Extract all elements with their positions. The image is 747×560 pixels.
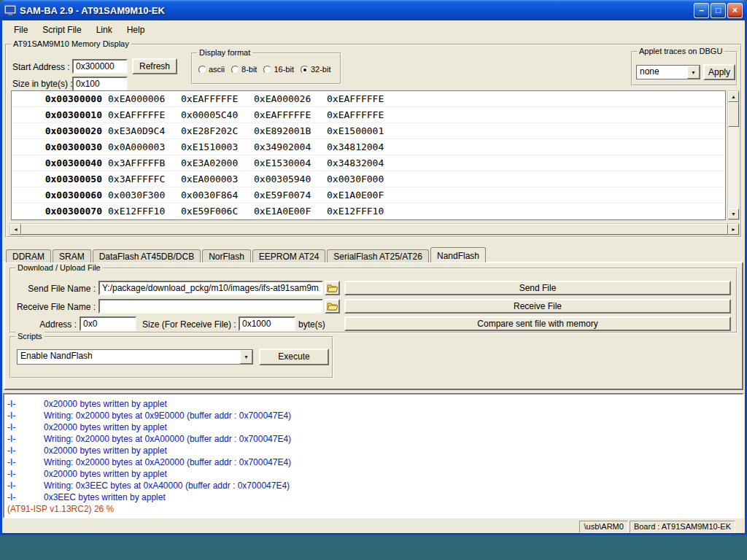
memory-display-group: AT91SAM9M10 Memory Display Start Address… (5, 44, 742, 238)
size-in-bytes-input[interactable] (72, 77, 128, 91)
memory-horizontal-scrollbar[interactable]: ◄ ► (9, 223, 740, 236)
row-value: 0xE28F202C (175, 123, 248, 139)
radio-8bit[interactable]: 8-bit (231, 65, 257, 74)
tab-norflash[interactable]: NorFlash (202, 249, 251, 262)
vertical-scrollbar-thumb[interactable] (728, 102, 739, 127)
radio-16bit[interactable]: 16-bit (263, 65, 294, 74)
scroll-down-icon[interactable]: ▼ (728, 209, 739, 219)
memory-table[interactable]: 0x00300000 0xEA000006 0xEAFFFFFE 0xEA000… (11, 90, 726, 220)
scripts-group: Scripts Enable NandFlash ▼ Execute (9, 336, 333, 378)
log-line: -I-0x20000 bytes written by applet (7, 445, 740, 456)
applet-traces-group: Applet traces on DBGU none ▼ Apply (631, 51, 738, 86)
log-prefix: -I- (7, 456, 44, 468)
row-value: 0x0030F300 (102, 187, 175, 203)
row-value: 0x34812004 (321, 139, 394, 155)
log-output[interactable]: -I-0x20000 bytes written by applet -I-Wr… (3, 393, 744, 518)
scroll-left-icon[interactable]: ◄ (10, 224, 21, 235)
radio-ascii[interactable]: ascii (198, 65, 225, 74)
radio-32bit[interactable]: 32-bit (301, 65, 331, 74)
chevron-down-icon[interactable]: ▼ (687, 66, 700, 79)
menu-script-file[interactable]: Script File (35, 23, 88, 37)
row-value: 0xE3A02000 (175, 155, 248, 171)
execute-button[interactable]: Execute (259, 349, 329, 365)
tab-dataflash[interactable]: DataFlash AT45DB/DCB (93, 249, 201, 262)
size-in-bytes-label: Size in byte(s) : (12, 79, 73, 89)
table-row: 0x00300040 0x3AFFFFFB 0xE3A02000 0xE1530… (12, 155, 725, 171)
tab-sram[interactable]: SRAM (53, 249, 91, 262)
window-title: SAM-BA 2.9 - AT91SAM9M10-EK (20, 5, 690, 16)
log-prefix: -I- (7, 491, 44, 503)
menu-help[interactable]: Help (120, 23, 152, 37)
menu-link[interactable]: Link (89, 23, 120, 37)
log-message: 0x20000 bytes written by applet (44, 399, 167, 409)
tab-ddram[interactable]: DDRAM (6, 249, 51, 262)
log-prefix: -I- (7, 445, 44, 456)
connection-status: \usb\ARM0 (579, 521, 627, 533)
send-file-button[interactable]: Send File (344, 281, 731, 295)
radio-16bit-label: 16-bit (274, 65, 294, 74)
titlebar[interactable]: SAM-BA 2.9 - AT91SAM9M10-EK – □ × (0, 0, 747, 20)
menu-bar: File Script File Link Help (2, 20, 745, 39)
radio-icon (263, 66, 271, 74)
row-address: 0x00300030 (12, 139, 102, 155)
row-value: 0xE12FFF10 (321, 203, 394, 219)
horizontal-scrollbar-thumb[interactable] (21, 224, 728, 235)
row-value: 0x3AFFFFFB (102, 155, 175, 171)
refresh-button[interactable]: Refresh (132, 58, 177, 74)
folder-open-icon (327, 284, 338, 292)
minimize-icon: – (699, 5, 704, 15)
scripts-title: Scripts (15, 332, 44, 341)
row-value: 0x0030F864 (175, 187, 248, 203)
maximize-button[interactable]: □ (711, 3, 726, 18)
applet-traces-value: none (637, 66, 687, 79)
radio-ascii-label: ascii (209, 65, 225, 74)
radio-icon (198, 66, 206, 74)
menu-file[interactable]: File (7, 23, 35, 37)
row-value: 0xEA000006 (102, 91, 175, 106)
row-value: 0x3AFFFFFC (102, 171, 175, 187)
send-file-input[interactable] (98, 281, 323, 295)
row-value: 0xEAFFFFFE (248, 107, 321, 122)
row-value: 0xEAFFFFFE (321, 107, 394, 122)
log-line: -I-Writing: 0x20000 bytes at 0x9E0000 (b… (7, 410, 740, 421)
row-value: 0xE59F006C (175, 203, 248, 219)
row-value: 0x34832004 (321, 155, 394, 171)
applet-traces-select[interactable]: none ▼ (636, 65, 700, 79)
row-value: 0x0030F000 (321, 171, 394, 187)
tab-nandflash[interactable]: NandFlash (430, 247, 486, 262)
compare-button[interactable]: Compare sent file with memory (344, 316, 731, 331)
log-line: -I-Writing: 0x20000 bytes at 0xA00000 (b… (7, 433, 740, 445)
download-upload-group: Download / Upload File Send File Name : … (9, 268, 738, 333)
log-message: 0x3EEC bytes written by applet (44, 492, 166, 502)
receive-file-button[interactable]: Receive File (344, 299, 731, 314)
table-row: 0x00300020 0xE3A0D9C4 0xE28F202C 0xE8920… (12, 123, 725, 139)
log-message: 0x20000 bytes written by applet (44, 422, 167, 432)
apply-button[interactable]: Apply (703, 64, 735, 80)
maximize-icon: □ (716, 5, 721, 15)
scripts-select[interactable]: Enable NandFlash ▼ (17, 349, 253, 365)
address-input[interactable] (80, 316, 136, 331)
memory-display-group-title: AT91SAM9M10 Memory Display (11, 39, 131, 48)
table-row: 0x00300050 0x3AFFFFFC 0xEA000003 0x00305… (12, 171, 725, 187)
browse-send-file-button[interactable] (325, 281, 340, 295)
scroll-right-icon[interactable]: ► (728, 224, 739, 235)
browse-receive-file-button[interactable] (325, 299, 340, 314)
receive-file-input[interactable] (98, 299, 323, 314)
start-address-input[interactable] (72, 59, 128, 74)
row-value: 0xEAFFFFFE (175, 91, 248, 106)
scroll-up-icon[interactable]: ▲ (728, 91, 739, 102)
scripts-selected-value: Enable NandFlash (18, 350, 240, 364)
receive-size-input[interactable] (239, 316, 295, 331)
tab-eeprom[interactable]: EEPROM AT24 (252, 249, 325, 262)
memory-vertical-scrollbar[interactable]: ▲ ▼ (727, 90, 740, 220)
chevron-down-icon[interactable]: ▼ (240, 350, 252, 364)
close-button[interactable]: × (727, 3, 743, 18)
tab-serialflash[interactable]: SerialFlash AT25/AT26 (327, 249, 429, 262)
display-format-options: ascii 8-bit 16-bit 32-bit (198, 65, 330, 74)
log-line: -I-0x20000 bytes written by applet (7, 421, 740, 433)
download-upload-title: Download / Upload File (15, 263, 103, 272)
row-value: 0xE1500001 (321, 123, 394, 139)
minimize-button[interactable]: – (694, 3, 709, 18)
window-body: File Script File Link Help AT91SAM9M10 M… (0, 20, 747, 535)
row-value: 0x00005C40 (175, 107, 248, 122)
